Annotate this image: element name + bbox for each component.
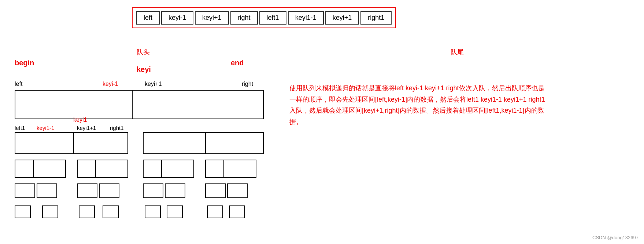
tree-box-level3-rl (143, 160, 194, 178)
label-keyi-plus1: keyi+1 (145, 81, 162, 87)
tree-box-level4-5 (143, 183, 163, 198)
tree-box-level1 (15, 90, 264, 119)
tree-box-level3-lr (77, 160, 128, 178)
description-text: 使用队列来模拟递归的话就是直接将left keyi-1 keyi+1 right… (289, 83, 546, 127)
queue-item-right1: right1 (360, 11, 392, 25)
queue-item-left1: left1 (259, 11, 286, 25)
tree-box-level4-4 (99, 183, 119, 198)
label-keyi: keyi (137, 65, 151, 74)
label-right: right (242, 81, 253, 87)
tree-box-level4-8 (227, 183, 248, 198)
tree-box-level2-left (15, 132, 128, 154)
tree-box-level4-2 (37, 183, 57, 198)
tree-box-level4-7 (205, 183, 226, 198)
tree-box-level4-3 (77, 183, 97, 198)
tree-divider-level3-lr (95, 160, 96, 178)
label-keyi1-plus1: keyi1+1 (77, 125, 96, 131)
tree-box-level5-5 (145, 205, 161, 218)
tree-divider-level2-left (73, 132, 74, 154)
label-keyi1: keyi1 (73, 117, 87, 123)
tree-box-level4-6 (165, 183, 185, 198)
queue-item-keyi1-minus1: keyi1-1 (288, 11, 324, 25)
tree-divider-level3-rl (161, 160, 162, 178)
label-begin: begin (15, 59, 34, 67)
tree-box-level5-4 (103, 205, 119, 218)
tree-box-level2-right (143, 132, 264, 154)
tree-box-level5-3 (79, 205, 95, 218)
tree-box-level5-6 (167, 205, 183, 218)
tree-box-level5-1 (15, 205, 31, 218)
label-left1: left1 (15, 125, 25, 131)
queue-item-keyi1-plus1: keyi+1 (325, 11, 359, 25)
tree-box-level5-2 (42, 205, 58, 218)
tree-divider-level1 (132, 90, 133, 119)
tree-box-level3-rr (205, 160, 256, 178)
queue-item-keyi-plus1: keyi+1 (195, 11, 229, 25)
tree-divider-level2-right (205, 132, 206, 154)
tree-box-level5-7 (207, 205, 223, 218)
label-keyi-minus1: keyi-1 (103, 81, 118, 87)
tree-box-level3-ll (15, 160, 66, 178)
label-keyi1-minus1: keyi1-1 (37, 125, 54, 131)
queue-item-keyi-minus1: keyi-1 (161, 11, 193, 25)
queue-item-right: right (230, 11, 258, 25)
watermark: CSDN @dong132697 (592, 235, 639, 240)
label-right1: right1 (110, 125, 124, 131)
queue-item-left: left (136, 11, 160, 25)
tree-box-level5-8 (229, 205, 245, 218)
label-left: left (15, 81, 22, 87)
label-end: end (231, 59, 244, 67)
tree-box-level4-1 (15, 183, 35, 198)
tree-divider-level3-rr (223, 160, 224, 178)
tree-divider-level3-ll (33, 160, 34, 178)
queue-container: left keyi-1 keyi+1 right left1 keyi1-1 k… (132, 7, 396, 28)
label-queue-head: 队头 (137, 48, 150, 57)
label-queue-tail: 队尾 (451, 48, 464, 57)
